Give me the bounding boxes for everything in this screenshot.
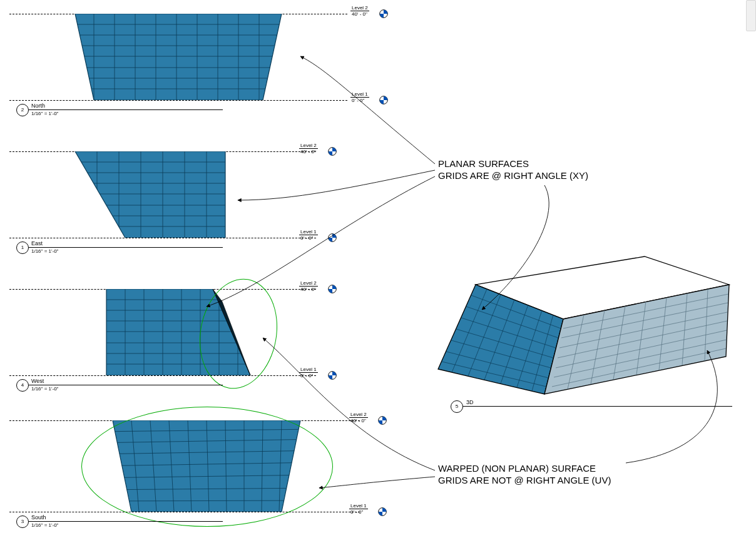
view-title-line	[29, 109, 223, 110]
south-panel	[94, 420, 319, 512]
level-label-top: Level 2 40' - 0"	[350, 5, 369, 17]
view-bubble: 2	[16, 104, 29, 116]
level-line-bottom	[9, 238, 316, 238]
level-marker-icon	[328, 371, 337, 380]
view-scale: 1/16" = 1'-0"	[31, 522, 58, 528]
svg-line-66	[94, 500, 319, 501]
scrollbar-stub	[746, 0, 756, 31]
svg-marker-23	[75, 151, 225, 238]
level-label-bottom: Level 10' - 0"	[349, 503, 368, 515]
level-label-top: Level 240' - 0"	[299, 143, 318, 155]
north-panel	[63, 14, 294, 100]
annotation-line: GRIDS ARE NOT @ RIGHT ANGLE (UV)	[438, 475, 611, 487]
view-bubble: 3	[16, 515, 29, 528]
level-label-top: Level 240' - 0"	[349, 412, 368, 424]
view-bubble: 1	[16, 241, 29, 254]
svg-marker-40	[106, 289, 250, 375]
view-scale: 1/16" = 1'-0"	[31, 111, 58, 116]
annotation-line: WARPED (NON PLANAR) SURFACE	[438, 463, 611, 475]
elevation-north: Level 2 40' - 0" Level 1 0' - 0"	[6, 0, 382, 119]
level-line-bottom	[9, 375, 316, 376]
level-name: Level 2	[350, 5, 369, 11]
level-marker-icon	[379, 96, 388, 104]
level-marker-icon	[378, 416, 387, 425]
view-scale: 1/16" = 1'-0"	[31, 386, 58, 392]
level-line-bottom	[9, 100, 347, 101]
annotation-planar: PLANAR SURFACES GRIDS ARE @ RIGHT ANGLE …	[438, 158, 588, 182]
level-label-bottom: Level 10' - 0"	[299, 229, 318, 241]
level-marker-icon	[379, 9, 388, 18]
level-marker-icon	[328, 285, 337, 293]
level-elev: 40' - 0"	[350, 11, 369, 17]
level-marker-icon	[378, 507, 387, 516]
view-title-line	[29, 385, 223, 385]
drawing-canvas: Level 2 40' - 0" Level 1 0' - 0"	[0, 0, 756, 533]
level-line-bottom	[9, 512, 360, 512]
view-title-line-3d	[463, 406, 732, 407]
view-bubble-3d: 5	[451, 400, 463, 413]
annotation-line: PLANAR SURFACES	[438, 158, 588, 170]
annotation-line: GRIDS ARE @ RIGHT ANGLE (XY)	[438, 170, 588, 182]
west-panel	[100, 289, 257, 375]
level-marker-icon	[328, 147, 337, 156]
level-name: Level 1	[350, 91, 369, 98]
view-title-line	[29, 521, 223, 522]
view-title: West	[31, 378, 44, 384]
level-elev: 0' - 0"	[350, 98, 369, 103]
view-title-line	[29, 247, 223, 248]
level-label-top: Level 240' - 0"	[299, 280, 318, 292]
view-title: North	[31, 103, 45, 109]
view-scale: 1/16" = 1'-0"	[31, 248, 58, 254]
view-title: East	[31, 240, 43, 246]
svg-marker-3	[75, 14, 282, 100]
elevation-west: Level 240' - 0" Level 10' - 0" 4	[6, 275, 382, 394]
level-marker-icon	[328, 233, 337, 242]
view-title-3d: 3D	[466, 399, 474, 405]
view-number: 2	[21, 107, 24, 113]
annotation-warped: WARPED (NON PLANAR) SURFACE GRIDS ARE NO…	[438, 463, 611, 487]
view-bubble: 4	[16, 379, 29, 392]
view-title: South	[31, 514, 46, 520]
elevation-east: Level 240' - 0" Level 10' - 0" 1 East 1/…	[6, 138, 382, 256]
isometric-3d	[413, 250, 738, 413]
level-label-bottom: Level 1 0' - 0"	[350, 91, 369, 103]
level-label-bottom: Level 10' - 0"	[299, 367, 318, 378]
svg-marker-59	[113, 420, 300, 512]
elevation-south: Level 240' - 0" Level 10' - 0"	[6, 407, 382, 532]
east-panel	[69, 151, 232, 238]
